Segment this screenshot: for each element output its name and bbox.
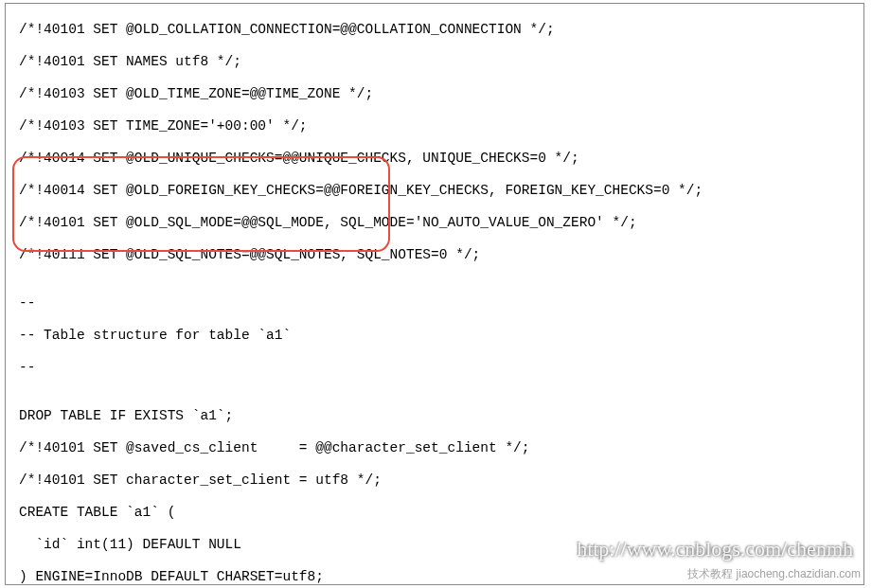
- code-line: ) ENGINE=InnoDB DEFAULT CHARSET=utf8;: [19, 569, 850, 585]
- code-line: /*!40101 SET NAMES utf8 */;: [19, 54, 850, 70]
- sql-dump-code: /*!40101 SET @OLD_COLLATION_CONNECTION=@…: [5, 3, 864, 585]
- code-line: /*!40101 SET @OLD_COLLATION_CONNECTION=@…: [19, 22, 850, 38]
- code-line: /*!40101 SET @saved_cs_client = @@charac…: [19, 440, 850, 456]
- code-line: /*!40014 SET @OLD_UNIQUE_CHECKS=@@UNIQUE…: [19, 151, 850, 167]
- code-line: CREATE TABLE `a1` (: [19, 505, 850, 521]
- code-line: /*!40103 SET @OLD_TIME_ZONE=@@TIME_ZONE …: [19, 86, 850, 102]
- highlight-annotation: [12, 156, 390, 252]
- code-line: /*!40101 SET @OLD_SQL_MODE=@@SQL_MODE, S…: [19, 215, 850, 231]
- code-line: /*!40014 SET @OLD_FOREIGN_KEY_CHECKS=@@F…: [19, 183, 850, 199]
- code-line: /*!40101 SET character_set_client = utf8…: [19, 472, 850, 489]
- code-line: -- Table structure for table `a1`: [19, 328, 850, 344]
- code-line: /*!40103 SET TIME_ZONE='+00:00' */;: [19, 118, 850, 134]
- code-line: `id` int(11) DEFAULT NULL: [19, 537, 850, 553]
- code-line: /*!40111 SET @OLD_SQL_NOTES=@@SQL_NOTES,…: [19, 247, 850, 263]
- code-line: --: [19, 295, 850, 312]
- code-line: DROP TABLE IF EXISTS `a1`;: [19, 408, 850, 424]
- code-line: --: [19, 360, 850, 376]
